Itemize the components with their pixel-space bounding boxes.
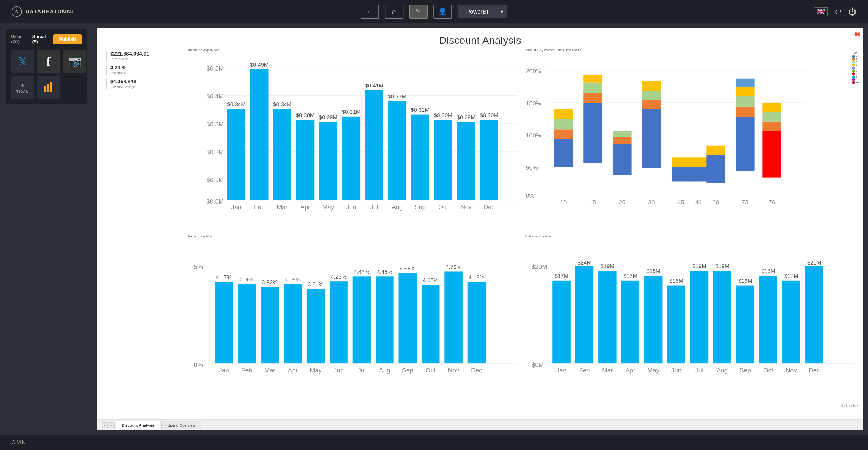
svg-text:$0.30M: $0.30M bbox=[296, 112, 314, 118]
tier-4: 4 bbox=[852, 64, 859, 66]
svg-text:4.47%: 4.47% bbox=[354, 269, 370, 275]
tab-basic[interactable]: Basic (20) bbox=[11, 34, 28, 44]
user-button[interactable]: 👤 bbox=[433, 5, 452, 19]
kpi-discount-savings: $4,068,848 Discount Savings bbox=[106, 79, 182, 89]
share-icon[interactable]: ↩ bbox=[835, 7, 841, 17]
svg-text:Jan: Jan bbox=[556, 367, 566, 374]
svg-text:Dec: Dec bbox=[809, 367, 820, 374]
svg-rect-92 bbox=[736, 87, 754, 96]
chart-discount-savings: Discount Savings by Mon $0.5M $0.4M $0.3… bbox=[187, 49, 521, 231]
nav-right: 🇬🇧 ↩ ⏻ bbox=[814, 7, 857, 17]
language-flag[interactable]: 🇬🇧 bbox=[814, 7, 828, 16]
svg-rect-174 bbox=[782, 280, 800, 363]
svg-text:$21M: $21M bbox=[807, 260, 821, 266]
svg-text:76: 76 bbox=[769, 199, 775, 206]
svg-rect-113 bbox=[283, 284, 302, 363]
svg-rect-122 bbox=[353, 276, 371, 363]
svg-text:3.92%: 3.92% bbox=[262, 279, 278, 285]
svg-text:4.70%: 4.70% bbox=[445, 264, 462, 270]
sidebar-tabs: Basic (20) Social (5) Publish bbox=[11, 34, 82, 44]
svg-text:$19M: $19M bbox=[600, 263, 614, 269]
powerbi-label[interactable]: PowerBI bbox=[458, 5, 496, 18]
svg-text:4.05%: 4.05% bbox=[423, 277, 439, 283]
svg-text:$0.49M: $0.49M bbox=[250, 62, 269, 68]
tier-5: 5 bbox=[852, 66, 859, 69]
kpi-discount-savings-label: Discount Savings bbox=[110, 85, 182, 89]
tier-9: 9 bbox=[852, 78, 859, 81]
instagram-icon: 📷 bbox=[68, 55, 82, 68]
svg-rect-134 bbox=[444, 271, 463, 363]
powerbi-dropdown[interactable]: ▾ bbox=[496, 5, 507, 18]
tier-legend-title: Tier bbox=[852, 52, 859, 54]
tab-next-arrow[interactable]: › bbox=[109, 422, 115, 428]
power-icon[interactable]: ⏻ bbox=[848, 7, 857, 17]
svg-rect-93 bbox=[736, 79, 754, 87]
svg-text:Jul: Jul bbox=[695, 367, 703, 374]
publish-button[interactable]: Publish bbox=[53, 34, 82, 44]
svg-rect-80 bbox=[672, 167, 690, 182]
chart1-svg: $0.5M $0.4M $0.3M $0.2M $0.1M $0.0M bbox=[187, 54, 521, 221]
svg-rect-71 bbox=[613, 144, 631, 175]
svg-text:0%: 0% bbox=[194, 361, 203, 368]
svg-rect-81 bbox=[672, 157, 690, 167]
svg-rect-73 bbox=[613, 131, 631, 138]
chart4-svg: $20M $0M $17M Jan $24M Fe bbox=[525, 240, 859, 404]
kpi-discount-pct: 4.23 % Discount % bbox=[106, 65, 182, 74]
svg-rect-39 bbox=[411, 115, 429, 200]
svg-rect-0 bbox=[44, 86, 46, 92]
svg-text:$18M: $18M bbox=[761, 268, 775, 274]
home-button[interactable]: ⌂ bbox=[385, 5, 403, 19]
svg-text:$19M: $19M bbox=[715, 263, 729, 269]
svg-text:4.17%: 4.17% bbox=[216, 274, 232, 280]
svg-rect-162 bbox=[690, 271, 709, 363]
svg-text:$0.30M: $0.30M bbox=[480, 112, 498, 118]
tier-3: 3 bbox=[852, 61, 859, 64]
svg-text:Jun: Jun bbox=[671, 367, 681, 374]
tab-prev-arrow[interactable]: ‹ bbox=[102, 422, 107, 428]
svg-rect-171 bbox=[759, 275, 777, 363]
back-button[interactable]: ← bbox=[361, 5, 379, 19]
svg-text:Apr: Apr bbox=[625, 367, 636, 374]
chart2-svg: 200% 150% 100% 50% 0% bbox=[525, 54, 818, 221]
svg-rect-77 bbox=[642, 91, 661, 100]
tidal-icon-box[interactable]: ✦ TIDAL bbox=[11, 76, 34, 99]
svg-text:$24M: $24M bbox=[578, 260, 591, 266]
tier-10: 10 bbox=[852, 81, 859, 84]
svg-text:$0M: $0M bbox=[531, 361, 544, 368]
logo-icon: ⊙ bbox=[11, 6, 22, 17]
svg-rect-66 bbox=[583, 103, 602, 163]
tab-discount-analysis[interactable]: Discount Analysis bbox=[116, 421, 160, 429]
edit-button[interactable]: ✎ bbox=[409, 5, 428, 19]
svg-text:$0.31M: $0.31M bbox=[342, 109, 361, 115]
svg-text:Nov: Nov bbox=[785, 367, 797, 374]
charts-grid: Discount Savings by Mon $0.5M $0.4M $0.3… bbox=[187, 49, 859, 417]
svg-text:$0.4M: $0.4M bbox=[206, 93, 224, 100]
tab-spend-overview[interactable]: Spend Overview bbox=[161, 421, 201, 429]
svg-rect-75 bbox=[642, 110, 661, 168]
svg-rect-45 bbox=[457, 122, 475, 200]
powerbi-small-icon-box[interactable] bbox=[37, 76, 60, 99]
svg-text:Jan: Jan bbox=[231, 204, 241, 211]
svg-text:$0.29M: $0.29M bbox=[457, 114, 475, 120]
svg-rect-177 bbox=[805, 266, 824, 363]
svg-rect-15 bbox=[227, 109, 246, 200]
svg-text:0%: 0% bbox=[526, 192, 535, 199]
svg-text:$0.30M: $0.30M bbox=[434, 112, 452, 118]
svg-text:Oct: Oct bbox=[763, 367, 773, 374]
dashboard-inner: Discount Analysis $221,664,064.01 Total … bbox=[97, 28, 863, 419]
svg-rect-168 bbox=[736, 286, 754, 363]
facebook-icon: f bbox=[46, 54, 51, 69]
instagram-icon-box[interactable]: 📷 bbox=[63, 50, 86, 73]
omni-label: OMNI bbox=[11, 440, 29, 446]
svg-rect-89 bbox=[736, 118, 754, 171]
svg-rect-128 bbox=[399, 273, 417, 363]
twitter-icon-box[interactable]: 𝕏 bbox=[11, 50, 34, 73]
chart4-title: Total Invoice by Mon bbox=[525, 235, 859, 238]
powerbi-selector: PowerBI ▾ bbox=[458, 5, 507, 18]
svg-rect-64 bbox=[554, 110, 573, 119]
svg-rect-62 bbox=[554, 129, 573, 139]
svg-text:$0.32M: $0.32M bbox=[411, 107, 429, 113]
svg-text:15: 15 bbox=[589, 199, 596, 206]
tab-social[interactable]: Social (5) bbox=[32, 34, 49, 44]
facebook-icon-box[interactable]: f bbox=[37, 50, 60, 73]
